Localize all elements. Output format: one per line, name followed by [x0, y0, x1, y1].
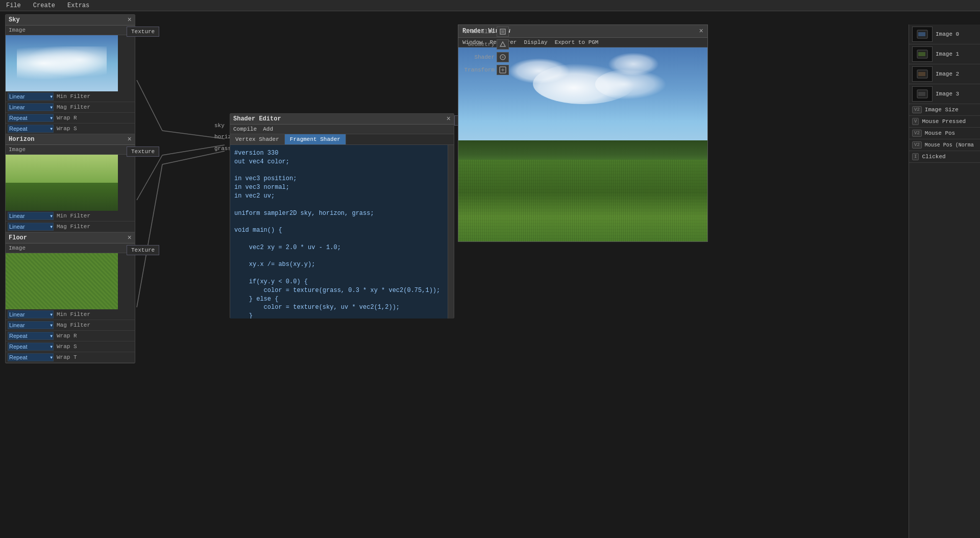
- shader-editor-panel: Shader Editor × Compile Add Vertex Shade…: [230, 113, 454, 319]
- tab-fragment-shader[interactable]: Fragment Shader: [285, 134, 346, 144]
- svg-line-5: [162, 151, 225, 164]
- floor-wrap-r-select[interactable]: RepeatClamp: [8, 332, 54, 340]
- right-label-image0: Image 0: [936, 31, 959, 37]
- floor-wrap-r-label: Wrap R: [57, 333, 133, 339]
- shader-editor-menu: Compile Add: [230, 125, 454, 134]
- drawcalls-btn[interactable]: [497, 27, 509, 37]
- horizon-panel-close[interactable]: ×: [128, 136, 132, 143]
- tex-node-horizon[interactable]: Texture: [127, 146, 159, 157]
- floor-panel-titlebar[interactable]: Floor ×: [6, 233, 135, 243]
- shader-icon: [499, 54, 506, 61]
- menu-create[interactable]: Create: [31, 1, 57, 10]
- right-item-mousepressed[interactable]: V Mouse Pressed: [909, 116, 980, 128]
- right-thumb-image1: [912, 46, 933, 62]
- sky-wrap-s-select[interactable]: RepeatClamp: [8, 125, 54, 133]
- svg-rect-8: [501, 30, 504, 33]
- svg-rect-22: [918, 92, 925, 96]
- drawcalls-panel: Drawcalls Geometry Shader Transform: [457, 25, 510, 77]
- tab-vertex-shader[interactable]: Vertex Shader: [230, 134, 285, 144]
- shader-editor-body: #version 330 out vec4 color; in vec3 pos…: [230, 145, 454, 319]
- sky-panel-section: Image: [6, 26, 135, 35]
- horizon-min-filter-select[interactable]: LinearNearest: [8, 212, 54, 220]
- tex-node-sky[interactable]: Texture: [127, 27, 159, 37]
- transform-row: Transform: [458, 64, 509, 76]
- right-item-imagesize[interactable]: V2 Image Size: [909, 104, 980, 116]
- right-item-image1[interactable]: Image 1: [909, 44, 980, 64]
- image-icon-3: [917, 89, 928, 99]
- horizon-mag-filter-label: Mag Filter: [57, 224, 133, 230]
- render-menu-display[interactable]: Display: [524, 39, 547, 45]
- sky-wrap-r-select[interactable]: RepeatClamp: [8, 114, 54, 122]
- horizon-panel-title: Horizon: [9, 136, 34, 143]
- sky-panel-titlebar[interactable]: Sky ×: [6, 15, 135, 26]
- svg-point-11: [502, 56, 504, 58]
- svg-line-0: [137, 80, 162, 131]
- shader-code-area: #version 330 out vec4 color; in vec3 pos…: [230, 145, 454, 319]
- shader-scrollbar[interactable]: [448, 145, 454, 319]
- horizon-min-filter-label: Min Filter: [57, 213, 133, 219]
- shader-editor-titlebar[interactable]: Shader Editor ×: [230, 114, 454, 125]
- tex-node-floor[interactable]: Texture: [127, 245, 159, 255]
- menu-file[interactable]: File: [4, 1, 23, 10]
- horizon-panel-section: Image: [6, 145, 135, 155]
- right-label-clicked: Clicked: [922, 154, 945, 160]
- transform-label: Transform: [458, 67, 495, 73]
- floor-wrap-s-select[interactable]: RepeatClamp: [8, 343, 54, 351]
- right-badge-mousepressed: V: [912, 118, 919, 125]
- image-icon-2: [917, 69, 928, 79]
- tex-node-floor-label: Texture: [131, 247, 155, 253]
- geometry-row: Geometry: [458, 38, 509, 51]
- floor-min-filter-label: Min Filter: [57, 311, 133, 317]
- shader-editor-title: Shader Editor: [233, 115, 281, 123]
- floor-wrap-t-label: Wrap T: [57, 354, 133, 360]
- geometry-btn[interactable]: [497, 39, 509, 50]
- right-item-mousepos[interactable]: V2 Mouse Pos: [909, 128, 980, 139]
- drawcalls-row: Drawcalls: [458, 26, 509, 38]
- floor-min-filter-select[interactable]: LinearNearest: [8, 310, 54, 319]
- sky-panel-close[interactable]: ×: [128, 16, 132, 23]
- right-item-mouseposnorm[interactable]: V2 Mouse Pos (Norma: [909, 139, 980, 151]
- sky-min-filter-select[interactable]: LinearNearest: [8, 92, 54, 101]
- connections-svg: [0, 11, 909, 538]
- floor-mag-filter-select[interactable]: LinearNearest: [8, 321, 54, 329]
- horizon-panel-titlebar[interactable]: Horizon ×: [6, 134, 135, 145]
- horizon-filter-row-0: LinearNearest Min Filter: [6, 211, 135, 222]
- sky-panel-title: Sky: [9, 16, 20, 23]
- sky-filter-row-3: RepeatClamp Wrap S: [6, 124, 135, 134]
- right-item-image3[interactable]: Image 3: [909, 84, 980, 104]
- svg-rect-18: [918, 52, 925, 56]
- svg-line-2: [137, 155, 162, 200]
- floor-panel-title: Floor: [9, 234, 27, 241]
- menu-extras[interactable]: Extras: [65, 1, 91, 10]
- shader-add-btn[interactable]: Add: [263, 126, 273, 132]
- shader-compile-btn[interactable]: Compile: [233, 126, 257, 132]
- render-menu-export[interactable]: Export to PGM: [555, 39, 599, 45]
- geometry-label: Geometry: [458, 41, 495, 47]
- horizon-mag-filter-select[interactable]: LinearNearest: [8, 223, 54, 231]
- shader-editor-close[interactable]: ×: [447, 115, 451, 123]
- drawcalls-label: Drawcalls: [458, 29, 495, 35]
- floor-panel-section: Image: [6, 243, 135, 253]
- right-item-image0[interactable]: Image 0: [909, 25, 980, 44]
- sky-min-filter-label: Min Filter: [57, 93, 133, 100]
- floor-wrap-t-select[interactable]: RepeatClamp: [8, 353, 54, 361]
- sky-filter-row-0: LinearNearest Min Filter: [6, 91, 135, 102]
- sky-mag-filter-select[interactable]: LinearNearest: [8, 103, 54, 111]
- right-item-clicked[interactable]: I Clicked: [909, 151, 980, 163]
- sky-wrap-r-label: Wrap R: [57, 115, 133, 121]
- floor-filter-row-1: LinearNearest Mag Filter: [6, 320, 135, 331]
- right-item-image2[interactable]: Image 2: [909, 64, 980, 84]
- shader-dc-btn[interactable]: [497, 52, 509, 62]
- transform-btn[interactable]: [497, 65, 509, 75]
- floor-panel-close[interactable]: ×: [128, 234, 132, 241]
- render-ground-layer: [458, 160, 707, 241]
- floor-filter-row-4: RepeatClamp Wrap T: [6, 352, 135, 363]
- right-label-image3: Image 3: [936, 91, 959, 97]
- svg-line-4: [137, 164, 162, 307]
- drawcalls-icon: [499, 28, 506, 35]
- horizon-image: [6, 155, 118, 211]
- geometry-icon: [499, 41, 506, 48]
- shader-code[interactable]: #version 330 out vec4 color; in vec3 pos…: [230, 145, 448, 319]
- svg-rect-16: [918, 32, 925, 36]
- render-window-close[interactable]: ×: [699, 27, 703, 35]
